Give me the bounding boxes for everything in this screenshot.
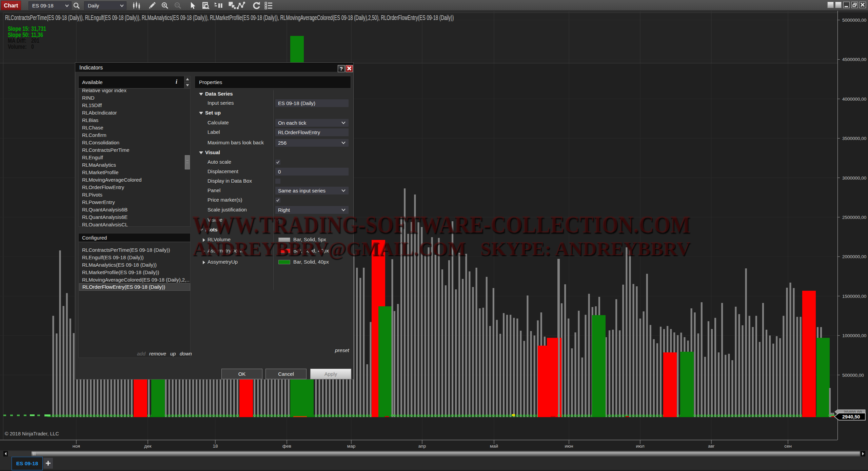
svg-text:мар: мар [347,444,355,449]
svg-text:апр: апр [418,444,426,449]
svg-text:фев: фев [282,444,291,449]
svg-text:сен: сен [784,444,792,449]
svg-text:3000000,00: 3000000,00 [842,176,866,181]
svg-text:2940,50: 2940,50 [842,414,860,419]
svg-text:2500000,00: 2500000,00 [842,215,866,220]
svg-text:2000000,00: 2000000,00 [842,254,866,259]
svg-text:1000000,00: 1000000,00 [842,333,866,338]
svg-text:3500000,00: 3500000,00 [842,136,866,141]
svg-text:май: май [490,444,498,449]
svg-text:авг: авг [708,444,715,449]
svg-text:500000,00: 500000,00 [842,373,864,378]
svg-text:ноя: ноя [73,444,80,449]
svg-text:4500000,00: 4500000,00 [842,57,866,62]
svg-text:июн: июн [565,444,573,449]
svg-text:1500000,00: 1500000,00 [842,294,866,299]
svg-text:18: 18 [213,444,218,449]
svg-text:4000000,00: 4000000,00 [842,97,866,102]
svg-text:июл: июл [636,444,644,449]
svg-text:дек: дек [144,444,151,449]
svg-text:5000000,00: 5000000,00 [842,18,866,23]
